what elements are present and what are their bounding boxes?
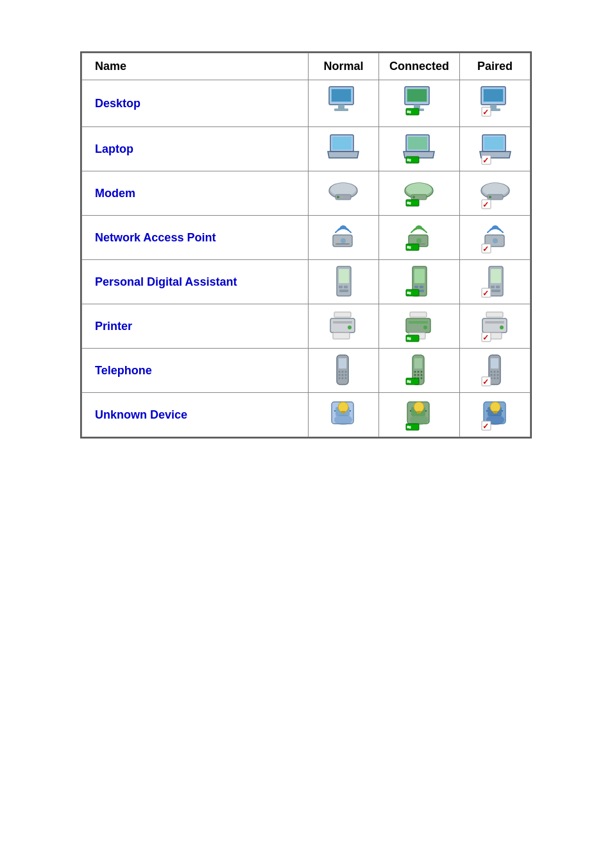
svg-point-92 — [500, 326, 504, 329]
svg-rect-83 — [406, 318, 430, 333]
svg-point-114 — [421, 374, 423, 376]
svg-text:⇆: ⇆ — [407, 109, 411, 115]
svg-point-43 — [489, 196, 491, 198]
pda-normal-icon — [325, 265, 361, 299]
svg-point-123 — [493, 371, 495, 373]
printer-paired-cell: ✓ — [460, 304, 531, 349]
device-type-table: Name Normal Connected Paired Desktop — [80, 51, 532, 438]
laptop-paired-cell: ✓ — [460, 127, 531, 171]
laptop-connected-icon: ⇆ — [401, 132, 437, 166]
telephone-normal-icon — [325, 354, 361, 387]
nap-connected-cell: ⇆ — [378, 216, 459, 260]
svg-point-139 — [334, 415, 352, 425]
telephone-connected-icon: ⇆ — [401, 354, 437, 387]
svg-text:✓: ✓ — [482, 108, 489, 117]
svg-point-33 — [341, 196, 343, 198]
telephone-paired-cell: ✓ — [460, 349, 531, 393]
device-name-nap: Network Access Point — [82, 216, 309, 260]
svg-point-112 — [414, 374, 416, 376]
svg-point-105 — [342, 378, 344, 379]
printer-normal-icon — [325, 309, 361, 343]
svg-rect-62 — [339, 290, 348, 292]
svg-rect-78 — [330, 318, 355, 333]
modem-connected-cell: ⇆ — [378, 171, 459, 216]
svg-point-100 — [345, 371, 347, 373]
laptop-connected-cell: ⇆ — [378, 127, 459, 171]
svg-point-110 — [418, 371, 420, 373]
svg-point-99 — [342, 371, 344, 373]
svg-text:⇆: ⇆ — [407, 424, 411, 430]
svg-rect-77 — [334, 312, 351, 317]
svg-point-106 — [345, 378, 347, 379]
nap-paired-cell: ✓ — [460, 216, 531, 260]
desktop-connected-icon: ⇆ — [401, 85, 437, 119]
printer-connected-cell: ⇆ — [378, 304, 459, 349]
svg-point-104 — [339, 378, 341, 379]
table-row: Telephone — [82, 349, 531, 393]
svg-text:✓: ✓ — [482, 289, 489, 298]
svg-rect-121 — [491, 358, 498, 369]
svg-rect-64 — [414, 269, 425, 283]
modem-paired-cell: ✓ — [460, 171, 531, 216]
nap-normal-cell — [308, 216, 378, 260]
svg-point-55 — [493, 238, 498, 243]
svg-point-111 — [421, 371, 423, 373]
svg-point-153 — [490, 402, 500, 412]
svg-rect-79 — [333, 321, 352, 324]
device-name-laptop: Laptop — [82, 127, 309, 171]
svg-point-126 — [493, 374, 495, 376]
nap-normal-icon — [325, 221, 361, 254]
svg-point-85 — [423, 326, 427, 329]
unknown-connected-icon: ⇆ — [401, 398, 437, 431]
col-header-normal: Normal — [308, 53, 378, 80]
pda-paired-cell: ✓ — [460, 260, 531, 304]
pda-connected-icon: ⇆ — [401, 265, 437, 299]
svg-text:✓: ✓ — [482, 333, 489, 342]
svg-rect-65 — [414, 286, 418, 288]
svg-text:⇆: ⇆ — [407, 245, 411, 250]
svg-point-129 — [493, 378, 495, 379]
svg-point-102 — [342, 374, 344, 376]
svg-point-117 — [421, 378, 423, 379]
modem-normal-cell — [308, 171, 378, 216]
svg-rect-8 — [414, 105, 420, 108]
printer-normal-cell — [308, 304, 378, 349]
laptop-paired-icon: ✓ — [477, 132, 513, 166]
svg-rect-138 — [341, 411, 345, 413]
col-header-name: Name — [82, 53, 309, 80]
svg-rect-7 — [407, 89, 427, 101]
table-row: Laptop — [82, 127, 531, 171]
desktop-normal-icon — [325, 85, 361, 119]
svg-rect-61 — [344, 286, 348, 288]
nap-paired-icon: ✓ — [477, 221, 513, 254]
svg-point-32 — [337, 196, 339, 198]
modem-normal-icon — [325, 177, 361, 210]
device-name-desktop: Desktop — [82, 80, 309, 127]
pda-connected-cell: ⇆ — [378, 260, 459, 304]
table-header-row: Name Normal Connected Paired — [82, 53, 531, 80]
svg-rect-73 — [496, 286, 500, 288]
col-header-connected: Connected — [378, 53, 459, 80]
svg-rect-20 — [332, 137, 352, 150]
laptop-normal-icon — [325, 132, 361, 166]
svg-point-130 — [497, 378, 498, 379]
pda-normal-cell — [308, 260, 378, 304]
svg-rect-81 — [333, 333, 350, 339]
device-name-modem: Modem — [82, 171, 309, 216]
svg-rect-145 — [417, 411, 421, 413]
device-name-telephone: Telephone — [82, 349, 309, 393]
svg-text:✓: ✓ — [482, 378, 489, 386]
pda-paired-icon: ✓ — [477, 265, 513, 299]
svg-rect-108 — [414, 358, 422, 369]
desktop-connected-cell: ⇆ — [378, 80, 459, 127]
device-name-unknown: Unknown Device — [82, 393, 309, 437]
svg-point-124 — [497, 371, 498, 373]
svg-point-144 — [414, 402, 424, 412]
unknown-paired-cell: ✓ — [460, 393, 531, 437]
modem-paired-icon: ✓ — [477, 177, 513, 210]
col-header-paired: Paired — [460, 53, 531, 80]
svg-rect-60 — [339, 286, 343, 288]
svg-point-122 — [490, 371, 492, 373]
svg-point-125 — [490, 374, 492, 376]
svg-text:⇆: ⇆ — [407, 200, 411, 206]
